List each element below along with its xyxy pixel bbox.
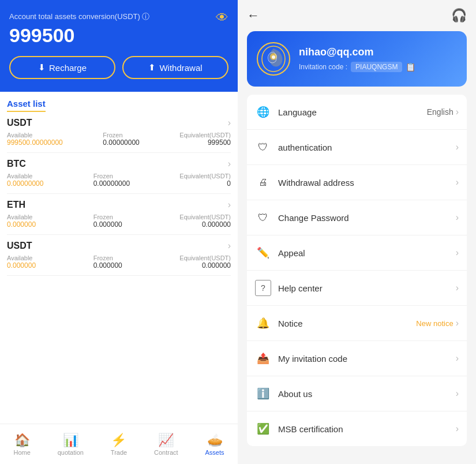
msb-certification-label: MSB certification [278, 424, 456, 434]
nav-trade-label: Trade [111, 449, 127, 456]
profile-logo [256, 42, 291, 76]
asset-item-usdt1[interactable]: USDT › Available 999500.00000000 Frozen … [7, 112, 231, 153]
right-panel: ← 🎧 nihao@qq.com Invitation code : PIAUQ… [238, 0, 476, 464]
chevron-right-icon: › [456, 248, 459, 258]
about-us-label: About us [278, 389, 456, 399]
appeal-icon: ✏️ [255, 245, 271, 261]
profile-card: nihao@qq.com Invitation code : PIAUQNGSM… [247, 31, 467, 87]
menu-item-withdrawal-address[interactable]: 🖨 Withdrawal address › [247, 165, 467, 200]
asset-list-title: Asset list [7, 92, 231, 112]
eye-icon[interactable]: 👁 [216, 10, 228, 25]
msb-certification-icon: ✅ [255, 421, 271, 437]
asset-item-btc[interactable]: BTC › Available 0.00000000 Frozen 0.0000… [7, 153, 231, 194]
chevron-right-icon: › [456, 177, 459, 188]
nav-assets[interactable]: 🥧 Assets [205, 433, 224, 456]
help-center-label: Help center [278, 283, 456, 293]
notice-label: Notice [278, 319, 416, 328]
asset-header: 👁 Account total assets conversion(USDT) … [0, 0, 238, 92]
nav-quotation[interactable]: 📊 quotation [58, 433, 84, 456]
left-panel: 👁 Account total assets conversion(USDT) … [0, 0, 238, 464]
authentication-icon: 🛡 [255, 139, 271, 155]
menu-item-notice[interactable]: 🔔 Notice New notice › [247, 306, 467, 341]
menu-item-language[interactable]: 🌐 Language English › [247, 95, 467, 130]
chevron-right-icon: › [228, 118, 231, 128]
nav-contract[interactable]: 📈 Contract [154, 433, 178, 456]
menu-item-about-us[interactable]: ℹ️ About us › [247, 376, 467, 411]
right-header: ← 🎧 [238, 0, 476, 31]
notice-icon: 🔔 [255, 315, 271, 331]
nav-assets-label: Assets [205, 449, 224, 456]
chevron-right-icon: › [228, 241, 231, 251]
copy-icon[interactable]: 📋 [406, 62, 415, 72]
help-center-icon: ? [255, 280, 271, 296]
profile-email: nihao@qq.com [299, 46, 458, 58]
action-buttons: ⬇ Recharge ⬆ Withdrawal [9, 56, 228, 79]
assets-icon: 🥧 [207, 433, 223, 448]
profile-invite: Invitation code : PIAUQNGSM 📋 [299, 62, 458, 72]
invite-code: PIAUQNGSM [351, 62, 402, 72]
chevron-right-icon: › [228, 159, 231, 169]
asset-item-eth[interactable]: ETH › Available 0.000000 Frozen 0.000000… [7, 194, 231, 235]
language-label: Language [278, 107, 427, 117]
my-invitation-code-label: My invitation code [278, 354, 456, 364]
menu-item-authentication[interactable]: 🛡 authentication › [247, 130, 467, 165]
nav-home-label: Home [13, 449, 30, 456]
invite-label: Invitation code : [299, 63, 347, 71]
recharge-button[interactable]: ⬇ Recharge [9, 56, 115, 79]
trade-icon: ⚡ [111, 433, 126, 448]
headphone-icon[interactable]: 🎧 [451, 8, 467, 23]
change-password-icon: 🛡 [255, 209, 271, 226]
appeal-label: Appeal [278, 248, 456, 258]
language-value: English [427, 107, 453, 117]
chevron-right-icon: › [456, 142, 459, 152]
nav-contract-label: Contract [154, 449, 178, 456]
chevron-right-icon: › [456, 353, 459, 364]
chevron-right-icon: › [456, 388, 459, 399]
menu-item-appeal[interactable]: ✏️ Appeal › [247, 235, 467, 271]
withdrawal-address-icon: 🖨 [255, 174, 271, 190]
withdrawal-address-label: Withdrawal address [278, 178, 456, 188]
recharge-icon: ⬇ [38, 62, 46, 73]
new-notice-badge: New notice [416, 319, 453, 328]
menu-item-change-password[interactable]: 🛡 Change Password › [247, 200, 467, 235]
menu-item-my-invitation-code[interactable]: 📤 My invitation code › [247, 341, 467, 376]
chevron-right-icon: › [456, 424, 459, 434]
chevron-right-icon: › [228, 200, 231, 210]
chevron-right-icon: › [456, 107, 459, 117]
asset-value: 999500 [9, 24, 228, 47]
authentication-label: authentication [278, 143, 456, 152]
language-icon: 🌐 [255, 104, 271, 120]
quotation-icon: 📊 [63, 433, 78, 448]
menu-item-help-center[interactable]: ? Help center › [247, 271, 467, 306]
chevron-right-icon: › [456, 212, 459, 223]
asset-item-usdt2[interactable]: USDT › Available 0.000000 Frozen 0.00000… [7, 235, 231, 276]
withdrawal-button[interactable]: ⬆ Withdrawal [122, 56, 228, 79]
menu-item-msb-certification[interactable]: ✅ MSB certification › [247, 411, 467, 446]
home-icon: 🏠 [14, 433, 30, 448]
profile-info: nihao@qq.com Invitation code : PIAUQNGSM… [299, 46, 458, 72]
invitation-code-icon: 📤 [255, 350, 271, 366]
back-arrow-icon[interactable]: ← [247, 8, 260, 23]
menu-list: 🌐 Language English › 🛡 authentication › … [247, 95, 467, 446]
mountains-decoration [0, 349, 238, 395]
chevron-right-icon: › [456, 283, 459, 293]
chevron-right-icon: › [456, 318, 459, 328]
asset-label: Account total assets conversion(USDT) ⓘ [9, 12, 228, 22]
asset-list-section: Asset list USDT › Available 999500.00000… [0, 92, 238, 464]
withdrawal-icon: ⬆ [148, 62, 156, 73]
svg-point-6 [272, 55, 275, 59]
nav-quotation-label: quotation [58, 449, 84, 456]
about-us-icon: ℹ️ [255, 386, 271, 402]
bottom-nav: 🏠 Home 📊 quotation ⚡ Trade 📈 Contract 🥧 … [0, 424, 238, 464]
nav-trade[interactable]: ⚡ Trade [111, 433, 127, 456]
nav-home[interactable]: 🏠 Home [13, 433, 30, 456]
change-password-label: Change Password [278, 213, 456, 223]
contract-icon: 📈 [158, 433, 174, 448]
